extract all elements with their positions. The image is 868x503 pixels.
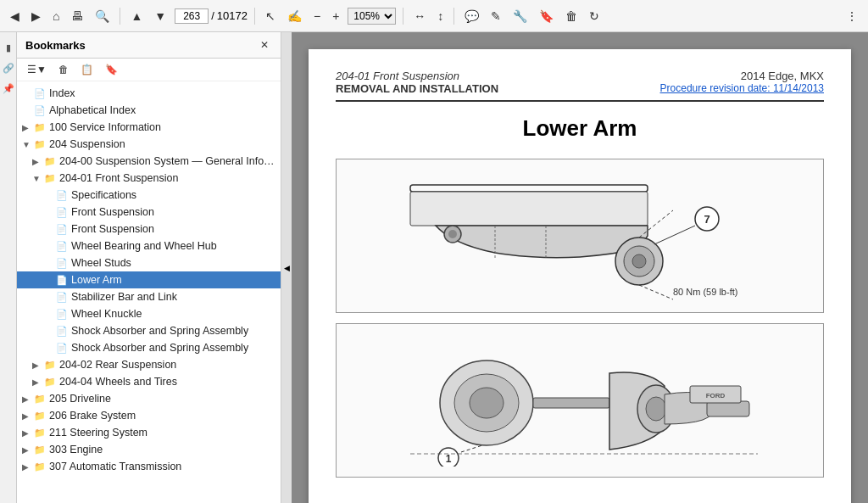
main-area: ▮ 🔗 📌 Bookmarks ✕ ☰▼ 🗑 📋 🔖 📄Index📄Alphab…: [0, 32, 868, 503]
tree-item-icon: 📄: [56, 309, 68, 320]
figure-1-content: 7 80 Nm (59 lb-ft): [345, 168, 815, 304]
svg-point-4: [632, 254, 646, 268]
document-page: 204-01 Front Suspension REMOVAL AND INST…: [309, 49, 851, 503]
fit-page-button[interactable]: ↕: [434, 8, 447, 25]
doc-revision: Procedure revision date: 11/14/2013: [660, 82, 824, 94]
sidebar-new-button[interactable]: 📋: [77, 62, 97, 77]
zoom-out-button[interactable]: −: [310, 8, 324, 25]
home-button[interactable]: ⌂: [49, 8, 63, 25]
tree-item-label: 204 Suspension: [49, 138, 125, 150]
tree-item-label: Shock Absorber and Spring Assembly: [71, 325, 248, 337]
doc-header-right: 2014 Edge, MKX Procedure revision date: …: [660, 70, 824, 94]
sidebar-item-211-steering[interactable]: ▶📁211 Steering System: [17, 424, 281, 441]
refresh-button[interactable]: ↻: [586, 8, 603, 25]
sidebar-item-204-00[interactable]: ▶📁204-00 Suspension System — General Inf…: [17, 153, 281, 170]
sidebar-item-307-transmission[interactable]: ▶📁307 Automatic Transmission: [17, 458, 281, 475]
separator-4: [453, 8, 454, 25]
tree-item-icon: 📁: [34, 444, 46, 455]
sidebar-item-specifications[interactable]: 📄Specifications: [17, 187, 281, 204]
separator-3: [403, 8, 403, 25]
tree-item-label: Specifications: [71, 189, 136, 201]
svg-text:7: 7: [704, 213, 709, 226]
figure-2: FORD 1: [336, 323, 824, 478]
sidebar-item-303-engine[interactable]: ▶📁303 Engine: [17, 441, 281, 458]
left-attach-icon[interactable]: 📌: [2, 81, 15, 95]
tree-item-label: Wheel Knuckle: [71, 308, 142, 320]
more-button[interactable]: ⋮: [843, 8, 861, 25]
comment-button[interactable]: 💬: [461, 8, 482, 25]
sidebar-item-shock-absorber-1[interactable]: 📄Shock Absorber and Spring Assembly: [17, 322, 281, 339]
tree-item-label: Alphabetical Index: [49, 104, 136, 116]
forward-button[interactable]: ▶: [28, 8, 44, 25]
sidebar-item-front-suspension-2[interactable]: 📄Front Suspension: [17, 221, 281, 238]
sidebar-item-204-04[interactable]: ▶📁204-04 Wheels and Tires: [17, 373, 281, 390]
nav-next-button[interactable]: ▼: [151, 8, 170, 25]
sidebar-tag-button[interactable]: 🔖: [102, 62, 121, 77]
sidebar-item-index[interactable]: 📄Index: [17, 85, 281, 102]
separator-1: [120, 8, 120, 25]
cursor-button[interactable]: ↖: [262, 8, 279, 25]
print-button[interactable]: 🖶: [68, 8, 86, 25]
zoom-in-button[interactable]: +: [329, 8, 342, 25]
sidebar-delete-button[interactable]: 🗑: [55, 62, 72, 77]
toggle-icon: ▶: [22, 411, 34, 421]
left-link-icon[interactable]: 🔗: [2, 61, 15, 75]
bookmark-button[interactable]: 🔖: [536, 8, 557, 25]
sidebar-item-lower-arm[interactable]: 📄Lower Arm: [17, 271, 281, 288]
pen-button[interactable]: ✎: [487, 8, 504, 25]
svg-rect-1: [410, 192, 648, 226]
page-separator: /: [211, 9, 214, 22]
tree-item-icon: 📄: [56, 275, 68, 286]
sidebar-item-204-02[interactable]: ▶📁204-02 Rear Suspension: [17, 356, 281, 373]
left-bookmark-icon[interactable]: ▮: [2, 41, 15, 54]
toggle-icon: ▼: [22, 140, 34, 149]
svg-text:FORD: FORD: [706, 392, 726, 400]
doc-section: 204-01 Front Suspension: [336, 70, 498, 82]
sidebar-close-button[interactable]: ✕: [257, 37, 272, 53]
svg-rect-21: [707, 401, 749, 416]
nav-prev-button[interactable]: ▲: [127, 8, 146, 25]
sidebar-item-205-driveline[interactable]: ▶📁205 Driveline: [17, 390, 281, 407]
fit-width-button[interactable]: ↔: [410, 8, 429, 25]
tools-button[interactable]: 🔧: [509, 8, 531, 25]
tree-item-icon: 📄: [56, 207, 68, 218]
sidebar-toolbar: ☰▼ 🗑 📋 🔖: [17, 59, 281, 81]
sidebar-item-wheel-bearing[interactable]: 📄Wheel Bearing and Wheel Hub: [17, 238, 281, 254]
zoom-find-button[interactable]: 🔍: [92, 8, 113, 25]
sidebar-item-204-01[interactable]: ▼📁204-01 Front Suspension: [17, 170, 281, 187]
sidebar-item-204-suspension[interactable]: ▼📁204 Suspension: [17, 136, 281, 153]
tree-item-label: 204-04 Wheels and Tires: [59, 376, 177, 388]
sidebar-item-wheel-knuckle[interactable]: 📄Wheel Knuckle: [17, 305, 281, 322]
back-button[interactable]: ◀: [7, 8, 23, 25]
sidebar-item-stabilizer-bar[interactable]: 📄Stabilizer Bar and Link: [17, 288, 281, 305]
sidebar-item-206-brake[interactable]: ▶📁206 Brake System: [17, 407, 281, 424]
svg-text:80 Nm (59 lb-ft): 80 Nm (59 lb-ft): [673, 287, 737, 297]
toggle-icon: ▶: [22, 394, 34, 404]
doc-header: 204-01 Front Suspension REMOVAL AND INST…: [336, 70, 824, 102]
sidebar-item-100-service[interactable]: ▶📁100 Service Information: [17, 119, 281, 136]
sidebar-menu-button[interactable]: ☰▼: [24, 62, 50, 77]
zoom-select[interactable]: 105% 50% 75% 100% 125% 150% 200%: [348, 8, 396, 25]
svg-point-17: [470, 388, 504, 418]
sidebar-item-wheel-studs[interactable]: 📄Wheel Studs: [17, 254, 281, 271]
sidebar-item-shock-absorber-2[interactable]: 📄Shock Absorber and Spring Assembly: [17, 339, 281, 356]
toggle-icon: ▶: [22, 428, 34, 438]
tree-item-label: 307 Automatic Transmission: [49, 461, 181, 472]
toggle-icon: ▼: [32, 174, 44, 183]
tree-item-icon: 📄: [56, 326, 68, 337]
delete-button[interactable]: 🗑: [562, 8, 581, 25]
sidebar-item-front-suspension-1[interactable]: 📄Front Suspension: [17, 204, 281, 221]
svg-rect-18: [533, 398, 609, 408]
page-input[interactable]: [175, 8, 209, 24]
sidebar-collapse-handle[interactable]: ◀: [281, 32, 292, 503]
document-area[interactable]: 204-01 Front Suspension REMOVAL AND INST…: [292, 32, 868, 503]
svg-line-24: [461, 445, 482, 452]
tree-item-label: 303 Engine: [49, 444, 103, 455]
tree-item-icon: 📄: [34, 105, 46, 116]
svg-rect-0: [410, 185, 648, 192]
tree-item-label: 206 Brake System: [49, 410, 136, 422]
toggle-icon: ▶: [22, 462, 34, 472]
collapse-arrow-icon: ◀: [284, 264, 290, 272]
sidebar-item-alphabetical-index[interactable]: 📄Alphabetical Index: [17, 102, 281, 119]
hand-button[interactable]: ✍: [284, 8, 305, 25]
